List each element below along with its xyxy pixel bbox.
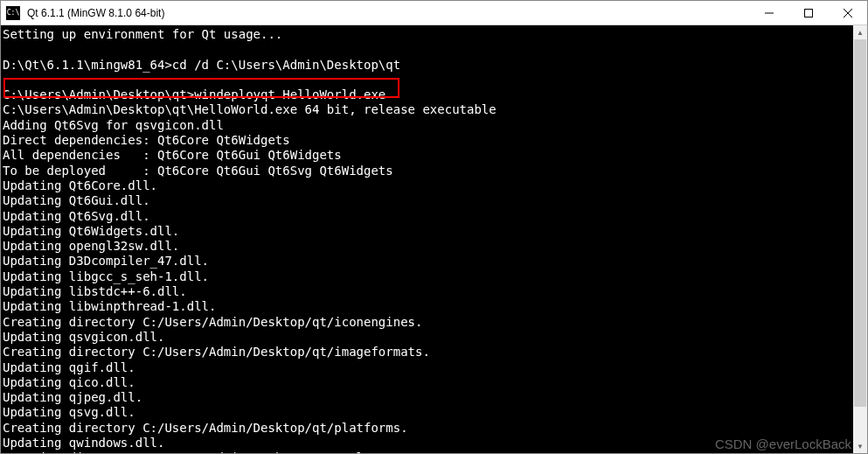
terminal-line: Updating Qt6Widgets.dll. bbox=[3, 224, 865, 239]
terminal-line: Updating qsvgicon.dll. bbox=[3, 330, 865, 345]
scrollbar-thumb[interactable] bbox=[854, 39, 866, 407]
svg-rect-1 bbox=[804, 9, 812, 17]
terminal-line: Updating qjpeg.dll. bbox=[3, 390, 865, 405]
close-button[interactable] bbox=[828, 1, 867, 24]
scroll-down-arrow[interactable]: ▼ bbox=[853, 439, 867, 453]
terminal-line bbox=[3, 42, 865, 57]
terminal-line: Creating directory C:/Users/Admin/Deskto… bbox=[3, 421, 865, 436]
terminal-line: C:\Users\Admin\Desktop\qt\HelloWorld.exe… bbox=[3, 102, 865, 117]
vertical-scrollbar[interactable]: ▲ ▼ bbox=[853, 25, 867, 453]
terminal-line: Updating qwindows.dll. bbox=[3, 436, 865, 451]
minimize-button[interactable] bbox=[749, 1, 788, 24]
terminal-line: Updating libgcc_s_seh-1.dll. bbox=[3, 269, 865, 284]
scroll-up-arrow[interactable]: ▲ bbox=[853, 25, 867, 39]
terminal-line: Direct dependencies: Qt6Core Qt6Widgets bbox=[3, 133, 865, 148]
terminal-area[interactable]: Setting up environment for Qt usage... D… bbox=[1, 25, 867, 453]
terminal-line: Updating qico.dll. bbox=[3, 375, 865, 390]
terminal-line: Updating D3Dcompiler_47.dll. bbox=[3, 254, 865, 269]
terminal-line: Updating qgif.dll. bbox=[3, 360, 865, 375]
terminal-line: Updating Qt6Gui.dll. bbox=[3, 193, 865, 208]
cmd-icon: C:\ bbox=[6, 6, 20, 20]
terminal-line: To be deployed : Qt6Core Qt6Gui Qt6Svg Q… bbox=[3, 164, 865, 178]
terminal-line: Creating directory C:/Users/Admin/Deskto… bbox=[3, 451, 865, 453]
window-controls bbox=[749, 1, 867, 24]
window-title: Qt 6.1.1 (MinGW 8.1.0 64-bit) bbox=[25, 7, 749, 19]
terminal-line: Updating Qt6Svg.dll. bbox=[3, 209, 865, 224]
console-window: C:\ Qt 6.1.1 (MinGW 8.1.0 64-bit) Settin… bbox=[0, 0, 868, 454]
terminal-line: Creating directory C:/Users/Admin/Deskto… bbox=[3, 345, 865, 360]
titlebar[interactable]: C:\ Qt 6.1.1 (MinGW 8.1.0 64-bit) bbox=[1, 1, 867, 25]
terminal-line: D:\Qt\6.1.1\mingw81_64>cd /d C:\Users\Ad… bbox=[3, 58, 865, 73]
terminal-line: Creating directory C:/Users/Admin/Deskto… bbox=[3, 315, 865, 330]
terminal-line: Updating qsvg.dll. bbox=[3, 405, 865, 420]
terminal-line: Adding Qt6Svg for qsvgicon.dll bbox=[3, 118, 865, 133]
terminal-line: Updating Qt6Core.dll. bbox=[3, 178, 865, 193]
terminal-line: Setting up environment for Qt usage... bbox=[3, 27, 865, 42]
maximize-button[interactable] bbox=[788, 1, 828, 24]
terminal-line: Updating opengl32sw.dll. bbox=[3, 239, 865, 254]
terminal-line: All dependencies : Qt6Core Qt6Gui Qt6Wid… bbox=[3, 148, 865, 163]
terminal-line bbox=[3, 73, 865, 87]
terminal-line: Updating libstdc++-6.dll. bbox=[3, 284, 865, 299]
terminal-output: Setting up environment for Qt usage... D… bbox=[1, 25, 867, 453]
terminal-line: C:\Users\Admin\Desktop\qt>windeployqt He… bbox=[3, 87, 865, 102]
terminal-line: Updating libwinpthread-1.dll. bbox=[3, 299, 865, 314]
